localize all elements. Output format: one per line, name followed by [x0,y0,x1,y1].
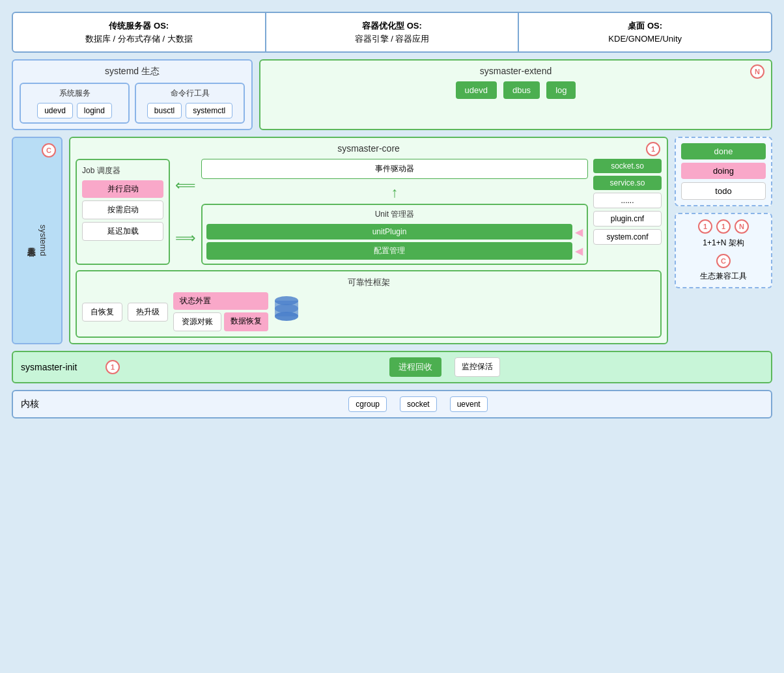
os-container-title: 容器优化型 OS: [272,20,513,33]
init-row: sysmaster-init 1 进程回收 监控保活 [12,351,772,383]
sysmaster-core-box: sysmaster-core 1 Job 调度器 并行启动 按需启动 延迟加载 … [69,137,668,344]
extend-pill-log: log [546,81,576,99]
main-container: 传统服务器 OS: 数据库 / 分布式存储 / 大数据 容器优化型 OS: 容器… [12,12,772,419]
sysmaster-extend-box: N sysmaster-extend udevd dbus log [259,59,772,130]
command-tools-title: 命令行工具 [141,88,238,99]
init-pill-monitor: 监控保活 [455,357,500,377]
unit-plugin-block: unitPlugin [206,224,572,240]
legend-arch-box: 1 1 N 1+1+N 架构 C 生态兼容工具 [675,213,772,288]
pill-on-demand: 按需启动 [82,200,163,219]
arch-badges: 1 1 N [681,219,766,234]
db-icon-wrapper [273,295,300,328]
pill-lazy-load: 延迟加载 [82,222,163,241]
init-title: sysmaster-init [21,362,99,372]
os-cell-server: 传统服务器 OS: 数据库 / 分布式存储 / 大数据 [13,13,266,51]
sysmaster-core-title: sysmaster-core [76,143,662,154]
os-server-title: 传统服务器 OS: [18,20,260,33]
plugin-conf: system.conf [593,229,662,245]
rel-resource-check: 资源对账 [173,312,221,331]
plugin-socket-so: socket.so [593,159,662,173]
extend-pill-dbus: dbus [503,81,540,99]
unit-plugin-row: unitPlugin ◀ [206,224,583,240]
rel-state-extern: 状态外置 [173,292,268,310]
arrow-left-icon: ⟸ [175,177,196,194]
kernel-pill-uevent: uevent [450,396,488,412]
rel-hot-upgrade: 热升级 [128,303,168,322]
right-unit-section: 事件驱动器 ↑ Unit 管理器 unitPlugin ◀ [201,159,588,265]
config-mgr-row: 配置管理 ◀ [206,242,583,260]
arch-badge-n: N [735,219,749,234]
arrow-up-icon: ↑ [201,185,588,200]
arrow-to-config: ◀ [575,245,583,257]
reliability-title: 可靠性框架 [82,277,655,288]
unit-inner: unitPlugin ◀ 配置管理 ◀ [206,224,583,260]
arrows-col: ⟸ ⟹ [175,159,196,265]
pill-busctl: busctl [147,103,182,118]
systemd-inner: 系统服务 udevd logind 命令行工具 busctl systemctl [20,83,245,124]
extend-pill-udevd: udevd [456,81,497,99]
arch-compat-text: 生态兼容工具 [681,271,766,282]
compat-badge-c: C [42,143,56,158]
system-service-title: 系统服务 [26,88,123,99]
event-driver-box: 事件驱动器 [201,159,588,179]
unit-manager-title: Unit 管理器 [206,209,583,220]
os-server-subtitle: 数据库 / 分布式存储 / 大数据 [18,33,260,46]
plugin-cnf: plugin.cnf [593,211,662,227]
svg-point-2 [275,312,298,321]
database-icon [273,295,300,328]
job-scheduler-title: Job 调度器 [82,165,163,176]
rel-bottom-row: 资源对账 数据恢复 [173,312,268,331]
rel-self-recover: 自恢复 [82,303,122,322]
os-cell-container: 容器优化型 OS: 容器引擎 / 容器应用 [266,13,520,51]
plugin-dots: ...... [593,193,662,208]
init-badge-1: 1 [105,360,120,374]
compat-tool-box: C systemd生态兼容工具 [12,137,63,344]
pill-logind: logind [77,103,112,118]
arrow-to-plugin: ◀ [575,226,583,238]
core-layout: Job 调度器 并行启动 按需启动 延迟加载 ⟸ ⟹ 事件驱动器 [76,159,662,265]
kernel-pill-cgroup: cgroup [348,396,387,412]
legend-doing: doing [681,163,766,179]
command-tools-box: 命令行工具 busctl systemctl [135,83,245,124]
arch-badge-1a: 1 [698,219,712,234]
core-badge-1: 1 [646,142,660,156]
middle-row: systemd 生态 系统服务 udevd logind 命令行工具 busct… [12,59,772,130]
extend-pills: udevd dbus log [267,81,764,99]
os-cell-desktop: 桌面 OS: KDE/GNOME/Unity [519,13,771,51]
config-block: 配置管理 [206,242,572,260]
kernel-label: 内核 [21,398,60,410]
svg-point-3 [275,304,298,313]
legend-panel: done doing todo 1 1 N 1+1+N 架构 C 生态兼容工具 [675,137,772,344]
arrow-right-icon: ⟹ [175,230,196,247]
legend-todo: todo [681,182,766,200]
legend-done: done [681,143,766,159]
pill-systemctl: systemctl [186,103,232,118]
os-desktop-subtitle: KDE/GNOME/Unity [524,33,766,46]
sysmaster-extend-title: sysmaster-extend [267,66,764,76]
kernel-pills: cgroup socket uevent [73,396,763,412]
kernel-pill-socket: socket [400,396,437,412]
unit-manager-box: Unit 管理器 unitPlugin ◀ 配置管理 ◀ [201,204,588,265]
pill-udevd: udevd [37,103,73,118]
arch-text: 1+1+N 架构 [681,238,766,249]
init-pill-process-recycle: 进程回收 [389,357,441,377]
pill-parallel-start: 并行启动 [82,180,163,198]
system-service-box: 系统服务 udevd logind [20,83,130,124]
system-service-pills: udevd logind [26,103,123,118]
extend-badge-n: N [750,64,764,79]
reliability-box: 可靠性框架 自恢复 热升级 状态外置 资源对账 数据恢复 [76,270,662,338]
compat-tool-text: systemd生态兼容工具 [25,225,49,256]
rel-right-group: 状态外置 资源对账 数据恢复 [173,292,268,331]
rel-data-recover: 数据恢复 [224,312,268,331]
big-section: C systemd生态兼容工具 sysmaster-core 1 Job 调度器… [12,137,772,344]
plugin-service-so: service.so [593,176,662,190]
job-scheduler-panel: Job 调度器 并行启动 按需启动 延迟加载 [76,159,170,265]
systemd-eco-title: systemd 生态 [20,66,245,77]
os-desktop-title: 桌面 OS: [524,20,766,33]
reliability-content: 自恢复 热升级 状态外置 资源对账 数据恢复 [82,292,655,331]
legend-status-box: done doing todo [675,137,772,206]
os-row: 传统服务器 OS: 数据库 / 分布式存储 / 大数据 容器优化型 OS: 容器… [12,12,772,53]
kernel-row: 内核 cgroup socket uevent [12,390,772,419]
arch-badge-1b: 1 [716,219,731,234]
arch-badge-c: C [716,254,731,268]
